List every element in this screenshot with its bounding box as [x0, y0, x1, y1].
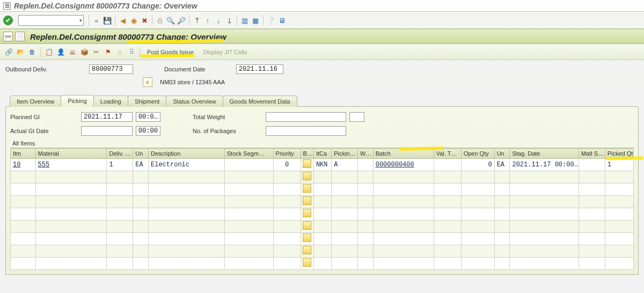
cell[interactable]	[301, 196, 313, 208]
cell[interactable]	[373, 245, 434, 258]
cell[interactable]	[313, 208, 331, 221]
cell[interactable]	[107, 245, 133, 258]
cell[interactable]	[224, 171, 273, 184]
batch-split-button[interactable]	[303, 159, 311, 168]
cell[interactable]	[273, 196, 301, 208]
cell[interactable]	[148, 208, 224, 221]
tab-status-overview[interactable]: Status Overview	[166, 96, 223, 107]
cell[interactable]	[434, 233, 461, 245]
cell[interactable]	[273, 208, 301, 221]
batch-split-button[interactable]	[303, 258, 311, 267]
cell[interactable]: Electronic	[148, 159, 224, 171]
cell[interactable]	[605, 258, 633, 270]
cell[interactable]	[313, 171, 331, 184]
cell[interactable]	[332, 196, 358, 208]
copy-icon[interactable]: 📋	[43, 47, 54, 57]
config-icon[interactable]: ⠿	[126, 47, 137, 57]
cell[interactable]	[332, 171, 358, 184]
total-weight-unit-input[interactable]	[349, 112, 364, 122]
cell[interactable]: EA	[494, 159, 510, 171]
cell[interactable]	[510, 208, 579, 221]
cell[interactable]	[494, 221, 510, 233]
cell[interactable]	[332, 184, 358, 196]
cell[interactable]	[148, 233, 224, 245]
cell[interactable]	[107, 233, 133, 245]
batch-split-button[interactable]	[303, 196, 311, 205]
col-description[interactable]: Description	[148, 149, 224, 159]
document-date-input[interactable]	[236, 64, 283, 74]
cell[interactable]	[11, 258, 36, 270]
other-delivery-icon[interactable]: 🔗	[3, 47, 14, 57]
col-picking[interactable]: Pickin…	[332, 149, 358, 159]
table-row[interactable]	[11, 171, 634, 184]
cell[interactable]	[301, 245, 313, 258]
incompletion-icon[interactable]: ⚑	[103, 47, 113, 57]
col-stag-date[interactable]: Stag. Date	[510, 149, 579, 159]
cell[interactable]	[35, 171, 107, 184]
cell[interactable]	[373, 258, 434, 270]
cell[interactable]	[224, 258, 273, 270]
cell[interactable]	[373, 184, 434, 196]
cell[interactable]	[313, 184, 331, 196]
cell[interactable]: NKN	[313, 159, 331, 171]
cell[interactable]	[579, 196, 605, 208]
col-picked-qty[interactable]: Picked Qt	[605, 149, 633, 159]
cell[interactable]	[133, 171, 149, 184]
cell[interactable]	[11, 208, 36, 221]
last-page-icon[interactable]: ⤓	[224, 16, 234, 25]
cell[interactable]	[434, 159, 461, 171]
cell[interactable]	[510, 221, 579, 233]
exit-icon[interactable]: ◉	[129, 16, 138, 25]
col-material[interactable]: Material	[35, 149, 107, 159]
tab-item-overview[interactable]: Item Overview	[10, 96, 61, 107]
cell[interactable]	[332, 233, 358, 245]
col-un2[interactable]: Un	[494, 149, 510, 159]
cell[interactable]	[357, 159, 373, 171]
batch-split-button[interactable]	[303, 172, 311, 180]
cell[interactable]	[148, 245, 224, 258]
cell[interactable]	[494, 171, 510, 184]
cell[interactable]	[510, 245, 579, 258]
cell[interactable]	[11, 196, 36, 208]
cell[interactable]	[301, 258, 313, 270]
display-toggle-icon[interactable]: 👓	[3, 32, 13, 41]
table-row[interactable]	[11, 258, 634, 270]
cell[interactable]	[494, 208, 510, 221]
cell[interactable]	[11, 171, 36, 184]
cell[interactable]	[11, 221, 36, 233]
command-field[interactable]: ▾	[18, 15, 84, 26]
batch-split-button[interactable]	[303, 246, 311, 254]
partner-detail-icon[interactable]: ≡	[143, 77, 152, 87]
table-row[interactable]	[11, 184, 634, 196]
tab-shipment[interactable]: Shipment	[128, 96, 166, 107]
cell[interactable]	[11, 233, 36, 245]
cell[interactable]	[107, 171, 133, 184]
col-itca[interactable]: ItCa	[313, 149, 331, 159]
cell[interactable]	[434, 184, 461, 196]
cell[interactable]	[332, 258, 358, 270]
cell[interactable]	[510, 196, 579, 208]
cell[interactable]	[434, 208, 461, 221]
cell[interactable]	[224, 221, 273, 233]
cell[interactable]	[357, 245, 373, 258]
cell[interactable]	[133, 196, 149, 208]
next-page-icon[interactable]: ↓	[214, 16, 223, 25]
cell[interactable]	[373, 221, 434, 233]
cell[interactable]	[357, 233, 373, 245]
save-icon[interactable]: 💾	[103, 16, 112, 25]
cell[interactable]	[107, 184, 133, 196]
cell[interactable]	[494, 196, 510, 208]
cell[interactable]	[35, 245, 107, 258]
user-icon[interactable]: 👤	[55, 47, 66, 57]
table-row[interactable]	[11, 196, 634, 208]
tab-loading[interactable]: Loading	[93, 96, 128, 107]
cell[interactable]	[510, 258, 579, 270]
packing-icon[interactable]: 📦	[79, 47, 90, 57]
cell[interactable]	[273, 258, 301, 270]
cell[interactable]: 1	[107, 159, 133, 171]
cell[interactable]	[605, 233, 633, 245]
col-val-t[interactable]: Val. T…	[434, 149, 461, 159]
cell[interactable]	[273, 245, 301, 258]
services-icon[interactable]: 🛎	[67, 47, 78, 57]
planned-gi-date-input[interactable]	[81, 112, 133, 122]
